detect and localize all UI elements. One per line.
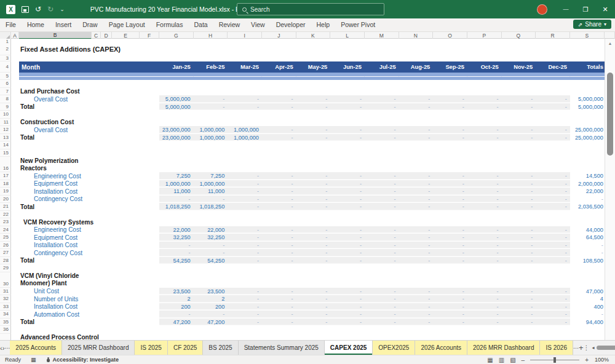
- value-cell[interactable]: -: [330, 95, 365, 103]
- cell-col-a[interactable]: [11, 55, 19, 61]
- value-cell[interactable]: -: [399, 295, 434, 303]
- total-cell[interactable]: 2,000,000: [570, 180, 605, 188]
- value-cell[interactable]: -: [399, 103, 434, 111]
- value-cell[interactable]: -: [194, 95, 228, 103]
- empty-cell[interactable]: [536, 80, 570, 88]
- value-cell[interactable]: -: [365, 188, 399, 196]
- empty-cell[interactable]: [194, 149, 228, 157]
- cell-col-a[interactable]: [11, 295, 19, 303]
- value-cell[interactable]: 47,200: [159, 318, 194, 326]
- cell-col-a[interactable]: [11, 288, 19, 296]
- row-label[interactable]: [19, 73, 159, 80]
- row-number[interactable]: 34: [0, 311, 11, 318]
- row-label[interactable]: Engineering Cost: [19, 172, 159, 180]
- empty-cell[interactable]: [570, 55, 605, 61]
- value-cell[interactable]: -: [467, 226, 502, 234]
- value-cell[interactable]: -: [502, 303, 536, 311]
- empty-cell[interactable]: [228, 334, 262, 341]
- empty-cell[interactable]: [536, 141, 570, 149]
- value-cell[interactable]: -: [467, 103, 502, 111]
- minimize-button[interactable]: —: [556, 0, 576, 18]
- empty-cell[interactable]: [159, 141, 194, 149]
- row-label[interactable]: Total: [19, 203, 159, 211]
- value-cell[interactable]: -: [330, 288, 365, 296]
- empty-cell[interactable]: [467, 218, 502, 226]
- value-cell[interactable]: -: [296, 311, 331, 318]
- value-cell[interactable]: -: [365, 180, 399, 188]
- month-column-header[interactable]: Mar-25: [228, 61, 262, 73]
- value-cell[interactable]: -: [296, 242, 331, 250]
- value-cell[interactable]: -: [365, 95, 399, 103]
- empty-cell[interactable]: [365, 218, 399, 226]
- empty-cell[interactable]: [296, 157, 331, 172]
- empty-cell[interactable]: [467, 111, 502, 119]
- empty-cell[interactable]: [433, 119, 467, 127]
- restore-button[interactable]: ❐: [576, 0, 595, 18]
- row-label[interactable]: [19, 80, 159, 88]
- empty-cell[interactable]: [467, 264, 502, 272]
- empty-cell[interactable]: [330, 80, 365, 88]
- row-number[interactable]: 12: [0, 126, 11, 134]
- value-cell[interactable]: -: [365, 172, 399, 180]
- cell-col-a[interactable]: [11, 326, 19, 334]
- row-number[interactable]: 31: [0, 288, 11, 296]
- cell-col-a[interactable]: [11, 226, 19, 234]
- ribbon-tab-help[interactable]: Help: [311, 18, 336, 31]
- empty-cell[interactable]: [330, 211, 365, 219]
- value-cell[interactable]: 23,500: [194, 288, 228, 296]
- cell-col-a[interactable]: [11, 257, 19, 265]
- value-cell[interactable]: -: [399, 288, 434, 296]
- value-cell[interactable]: -: [159, 196, 194, 204]
- value-cell[interactable]: -: [330, 257, 365, 265]
- value-cell[interactable]: 1,000,000: [194, 180, 228, 188]
- empty-cell[interactable]: [194, 73, 228, 80]
- empty-cell[interactable]: [194, 55, 228, 61]
- value-cell[interactable]: -: [262, 311, 296, 318]
- value-cell[interactable]: -: [228, 180, 262, 188]
- value-cell[interactable]: 1,018,250: [194, 203, 228, 211]
- empty-cell[interactable]: [502, 334, 536, 341]
- row-label[interactable]: [19, 55, 159, 61]
- empty-cell[interactable]: [228, 88, 262, 96]
- value-cell[interactable]: -: [399, 134, 434, 142]
- cell-col-a[interactable]: [11, 43, 19, 55]
- total-cell[interactable]: 47,000: [570, 288, 605, 296]
- value-cell[interactable]: -: [536, 126, 570, 134]
- empty-cell[interactable]: [228, 111, 262, 119]
- ribbon-tab-review[interactable]: Review: [213, 18, 245, 31]
- empty-cell[interactable]: [296, 55, 331, 61]
- empty-cell[interactable]: [159, 55, 194, 61]
- value-cell[interactable]: -: [536, 249, 570, 257]
- row-number[interactable]: 30: [0, 272, 11, 288]
- value-cell[interactable]: -: [365, 126, 399, 134]
- empty-cell[interactable]: [399, 55, 434, 61]
- empty-cell[interactable]: [330, 119, 365, 127]
- empty-cell[interactable]: [399, 111, 434, 119]
- cell-col-a[interactable]: [11, 172, 19, 180]
- value-cell[interactable]: 23,500: [159, 288, 194, 296]
- empty-cell[interactable]: [433, 141, 467, 149]
- value-cell[interactable]: -: [399, 95, 434, 103]
- month-column-header[interactable]: Aug-25: [399, 61, 434, 73]
- sheet-tab-cf-2025[interactable]: CF 2025: [168, 341, 203, 355]
- value-cell[interactable]: -: [262, 196, 296, 204]
- empty-cell[interactable]: [467, 272, 502, 288]
- empty-cell[interactable]: [433, 43, 467, 55]
- month-column-header[interactable]: Sep-25: [433, 61, 467, 73]
- empty-cell[interactable]: [502, 111, 536, 119]
- row-label[interactable]: Total: [19, 318, 159, 326]
- empty-cell[interactable]: [262, 272, 296, 288]
- row-label[interactable]: Equipment Cost: [19, 180, 159, 188]
- value-cell[interactable]: -: [467, 126, 502, 134]
- empty-cell[interactable]: [194, 272, 228, 288]
- empty-cell[interactable]: [228, 141, 262, 149]
- row-label[interactable]: Installation Cost: [19, 303, 159, 311]
- value-cell[interactable]: 54,250: [194, 257, 228, 265]
- empty-cell[interactable]: [262, 264, 296, 272]
- empty-cell[interactable]: [570, 157, 605, 172]
- row-label[interactable]: Installation Cost: [19, 188, 159, 196]
- total-cell[interactable]: 4: [570, 295, 605, 303]
- value-cell[interactable]: -: [296, 126, 331, 134]
- value-cell[interactable]: -: [433, 295, 467, 303]
- empty-cell[interactable]: [159, 211, 194, 219]
